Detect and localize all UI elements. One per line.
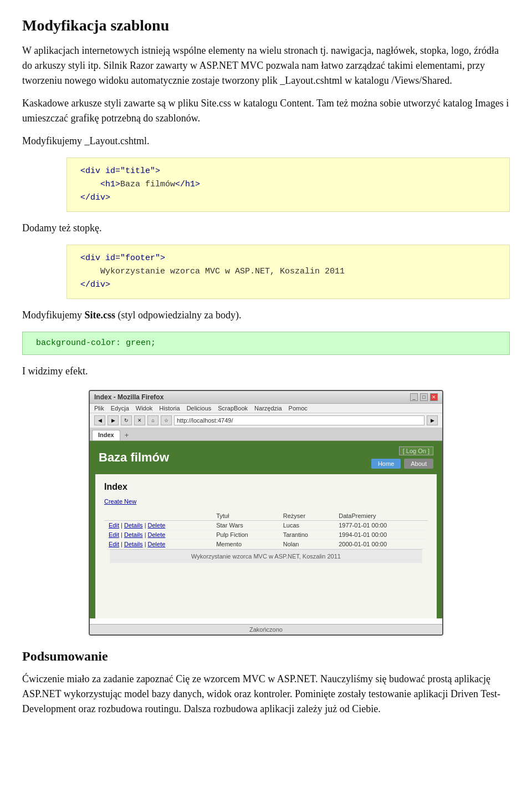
menu-scrapbook[interactable]: ScrapBook [218, 405, 248, 412]
browser-screenshot: Index - Mozilla Firefox _ □ ✕ Plik Edycj… [89, 390, 443, 636]
reload-btn[interactable]: ↻ [121, 415, 132, 425]
table-row: Edit | Details | DeleteMementoNolan2000-… [104, 540, 428, 549]
menu-delicious[interactable]: Delicious [187, 405, 212, 412]
tab-index[interactable]: Index [92, 430, 120, 440]
intro-paragraph: W aplikacjach internetowych istnieją wsp… [22, 43, 510, 88]
action-link[interactable]: Delete [148, 531, 166, 538]
menu-widok[interactable]: Widok [136, 405, 153, 412]
login-link[interactable]: [ Log On ] [399, 446, 433, 455]
menu-pomoc[interactable]: Pomoc [289, 405, 308, 412]
nav-buttons: Home About [371, 459, 433, 469]
action-link[interactable]: Details [124, 531, 143, 538]
code-block-footer: <div id="footer"> Wykorzystanie wzorca M… [66, 245, 510, 299]
app-header: Baza filmów [ Log On ] Home About [90, 441, 442, 474]
back-btn[interactable]: ◀ [94, 415, 105, 425]
row-actions: Edit | Details | Delete [104, 530, 212, 540]
home-nav-btn[interactable]: Home [371, 459, 401, 469]
action-link[interactable]: Edit [109, 522, 119, 529]
menu-plik[interactable]: Plik [94, 405, 104, 412]
app-title: Baza filmów [99, 450, 169, 465]
browser-tabs: Index + [90, 428, 442, 441]
menu-historia[interactable]: Historia [159, 405, 180, 412]
action-link[interactable]: Details [124, 522, 143, 529]
browser-status-bar: Zakończono [90, 624, 442, 635]
row-director: Nolan [279, 540, 335, 549]
modify-layout-label: Modyfikujemy _Layout.cshtml. [22, 134, 510, 149]
code-block-css: background-color: green; [22, 332, 510, 355]
col-date: DataPremiery [334, 511, 428, 521]
summary-title: Podsumowanie [22, 649, 510, 664]
table-row: Edit | Details | DeletePulp FictionTaran… [104, 530, 428, 540]
page-title: Modyfikacja szablonu [22, 17, 510, 34]
row-actions: Edit | Details | Delete [104, 521, 212, 530]
browser-title: Index - Mozilla Firefox [94, 393, 163, 401]
browser-content: Baza filmów [ Log On ] Home About Index … [90, 441, 442, 618]
address-bar[interactable]: http://localhost:4749/ [174, 415, 424, 425]
stop-btn[interactable]: ✕ [134, 415, 145, 425]
go-btn[interactable]: ▶ [427, 415, 438, 425]
bookmark-btn[interactable]: ☆ [161, 415, 172, 425]
data-table: Tytuł Reżyser DataPremiery Edit | Detail… [104, 511, 428, 549]
app-main: Index Create New Tytuł Reżyser DataPremi… [95, 474, 437, 618]
create-new-link[interactable]: Create New [104, 498, 136, 505]
tab-plus[interactable]: + [121, 430, 132, 440]
row-title: Pulp Fiction [212, 530, 279, 540]
browser-titlebar: Index - Mozilla Firefox _ □ ✕ [90, 391, 442, 404]
app-header-right: [ Log On ] Home About [371, 446, 433, 469]
action-link[interactable]: Edit [109, 541, 119, 547]
menu-edycja[interactable]: Edycja [111, 405, 129, 412]
forward-btn[interactable]: ▶ [108, 415, 119, 425]
row-title: Memento [212, 540, 279, 549]
action-link[interactable]: Details [124, 541, 143, 547]
app-footer: Wykorzystanie wzorca MVC w ASP.NET, Kosz… [110, 549, 422, 563]
row-actions: Edit | Details | Delete [104, 540, 212, 549]
widzimy-label: I widzimy efekt. [22, 364, 510, 379]
dodamy-label: Dodamy też stopkę. [22, 221, 510, 236]
table-header-row: Tytuł Reżyser DataPremiery [104, 511, 428, 521]
browser-toolbar: ◀ ▶ ↻ ✕ ⌂ ☆ http://localhost:4749/ ▶ [90, 413, 442, 428]
home-btn[interactable]: ⌂ [147, 415, 158, 425]
row-director: Lucas [279, 521, 335, 530]
action-link[interactable]: Delete [148, 541, 166, 547]
maximize-btn[interactable]: □ [420, 393, 428, 401]
row-director: Tarantino [279, 530, 335, 540]
menu-narzedzia[interactable]: Narzędzia [254, 405, 282, 412]
browser-window-controls: _ □ ✕ [410, 393, 438, 401]
col-title: Tytuł [212, 511, 279, 521]
browser-menu-bar: Plik Edycja Widok Historia Delicious Scr… [90, 404, 442, 413]
close-btn[interactable]: ✕ [430, 393, 438, 401]
col-actions [104, 511, 212, 521]
table-row: Edit | Details | DeleteStar WarsLucas197… [104, 521, 428, 530]
action-link[interactable]: Delete [148, 522, 166, 529]
action-link[interactable]: Edit [109, 531, 119, 538]
row-date: 1994-01-01 00:00 [334, 530, 428, 540]
summary-paragraph: Ćwiczenie miało za zadanie zapoznać Cię … [22, 672, 510, 717]
about-nav-btn[interactable]: About [404, 459, 433, 469]
paragraph-2: Kaskadowe arkusze styli zawarte są w pli… [22, 96, 510, 126]
row-title: Star Wars [212, 521, 279, 530]
code-block-title: <div id="title"> <h1>Baza filmów</h1> </… [66, 158, 510, 212]
minimize-btn[interactable]: _ [410, 393, 418, 401]
row-date: 1977-01-01 00:00 [334, 521, 428, 530]
col-director: Reżyser [279, 511, 335, 521]
app-main-heading: Index [104, 482, 428, 492]
modify-site-label: Modyfikujemy Site.css (styl odpowiedzial… [22, 308, 510, 323]
row-date: 2000-01-01 00:00 [334, 540, 428, 549]
